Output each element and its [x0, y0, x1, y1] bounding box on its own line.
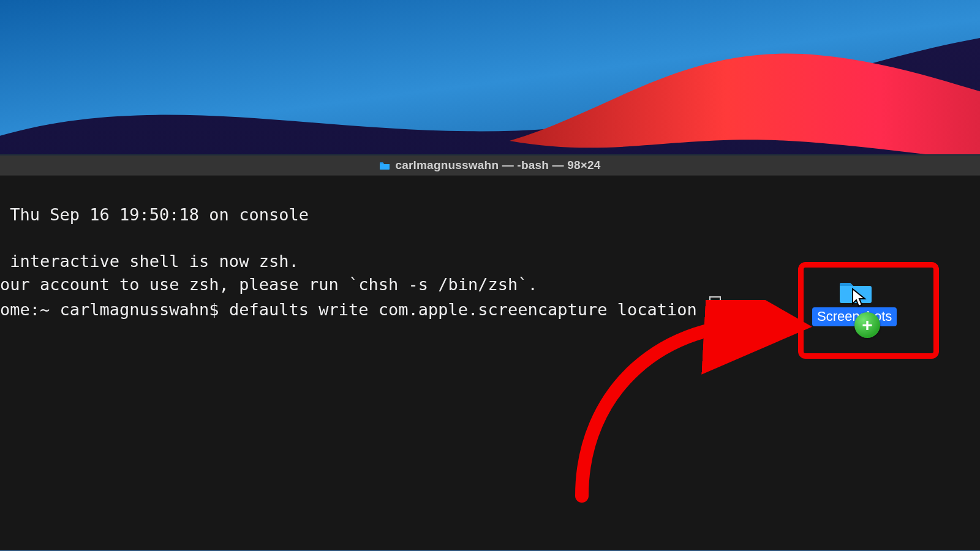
plus-glyph: +: [862, 315, 873, 335]
folder-icon: [379, 161, 390, 170]
terminal-cursor: [709, 296, 721, 317]
terminal-line: our account to use zsh, please run `chsh…: [0, 275, 538, 294]
terminal-line: interactive shell is now zsh.: [0, 252, 299, 271]
terminal-body[interactable]: Thu Sep 16 19:50:18 on console interacti…: [0, 176, 980, 551]
terminal-title: carlmagnusswahn — -bash — 98×24: [395, 159, 600, 172]
cursor-arrow-icon: [851, 288, 867, 311]
terminal-line: Thu Sep 16 19:50:18 on console: [0, 205, 309, 224]
terminal-titlebar[interactable]: carlmagnusswahn — -bash — 98×24: [0, 156, 980, 176]
terminal-prompt: ome:~ carlmagnusswahn$: [0, 300, 229, 319]
terminal-prompt-line: ome:~ carlmagnusswahn$ defaults write co…: [0, 300, 721, 319]
terminal-command: defaults write com.apple.screencapture l…: [229, 300, 707, 319]
copy-plus-badge-icon: +: [854, 312, 880, 338]
